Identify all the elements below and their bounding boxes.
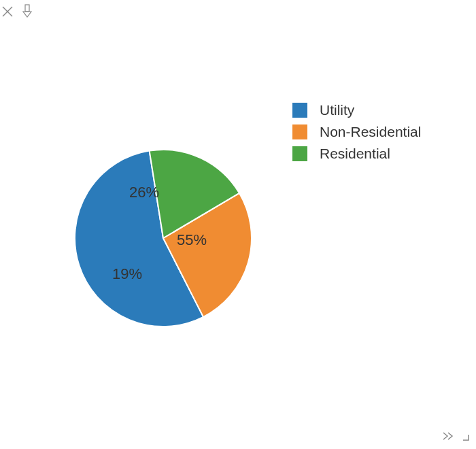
legend-item-residential: Residential: [292, 146, 421, 162]
legend-swatch: [292, 146, 307, 161]
legend-label: Utility: [320, 102, 354, 118]
svg-marker-3: [23, 12, 31, 17]
slice-label-residential: 19%: [112, 265, 142, 283]
resize-corner-icon[interactable]: [460, 431, 469, 441]
chevron-double-right-icon[interactable]: [442, 431, 456, 441]
legend-swatch: [292, 124, 307, 139]
legend-swatch: [292, 103, 307, 118]
legend: Utility Non-Residential Residential: [292, 102, 421, 162]
slice-label-non-residential: 26%: [129, 184, 159, 201]
legend-item-utility: Utility: [292, 102, 421, 118]
svg-rect-2: [25, 5, 29, 12]
legend-item-non-residential: Non-Residential: [292, 124, 421, 140]
pie-chart: 55% 26% 19% Utility Non-Residential Resi…: [0, 95, 476, 367]
close-icon[interactable]: [1, 5, 14, 18]
download-arrow-icon[interactable]: [20, 4, 34, 19]
top-toolbar: [1, 4, 34, 19]
pie: [75, 150, 252, 327]
legend-label: Non-Residential: [320, 124, 421, 140]
bottom-toolbar: [442, 431, 469, 441]
slice-label-utility: 55%: [177, 231, 207, 249]
legend-label: Residential: [320, 146, 390, 162]
